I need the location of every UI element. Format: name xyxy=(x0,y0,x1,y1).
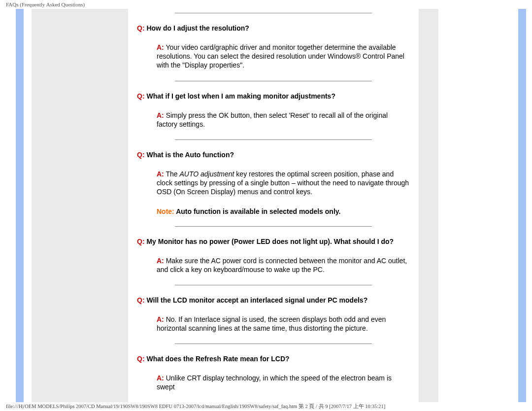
a-prefix: A: xyxy=(157,170,164,178)
faq-item: Q: What is the Auto function? A: The AUT… xyxy=(137,151,410,227)
answer-block: A: The AUTO adjustment key restores the … xyxy=(137,170,410,197)
note-block: Note: Auto function is available in sele… xyxy=(137,207,410,215)
divider xyxy=(175,226,372,227)
right-gutter xyxy=(419,9,438,402)
answer-text: Your video card/graphic driver and monit… xyxy=(157,43,404,69)
a-prefix: A: xyxy=(157,111,164,119)
q-prefix: Q: xyxy=(137,24,145,32)
question-line: Q: What does the Refresh Rate mean for L… xyxy=(137,355,410,363)
faq-item: Q: How do I adjust the resolution? A: Yo… xyxy=(137,24,410,81)
answer-text: Simply press the OK button, then select … xyxy=(157,111,388,128)
answer-text: No. If an Interlace signal is used, the … xyxy=(157,315,386,332)
divider xyxy=(175,285,372,285)
faq-item: Q: What if I get lost when I am making m… xyxy=(137,92,410,140)
right-accent-bar xyxy=(518,9,526,402)
content-column: Q: How do I adjust the resolution? A: Yo… xyxy=(128,9,419,402)
sidebar-column xyxy=(32,9,128,402)
page-body: Q: How do I adjust the resolution? A: Yo… xyxy=(0,9,532,402)
answer-block: A: Make sure the AC power cord is connec… xyxy=(137,256,410,274)
divider xyxy=(175,81,372,81)
question-line: Q: My Monitor has no power (Power LED do… xyxy=(137,238,410,245)
page-footer: file:///H|/OEM MODELS/Philips 2007/CD Ma… xyxy=(6,403,385,410)
question-text: What does the Refresh Rate mean for LCD? xyxy=(146,355,289,363)
answer-text: Make sure the AC power cord is connected… xyxy=(157,257,407,274)
faq-item: Q: What does the Refresh Rate mean for L… xyxy=(137,355,410,391)
right-gap xyxy=(438,9,518,402)
question-text: Will the LCD monitor accept an interlace… xyxy=(146,296,367,304)
question-text: How do I adjust the resolution? xyxy=(146,24,249,32)
divider xyxy=(175,343,372,344)
answer-block: A: No. If an Interlace signal is used, t… xyxy=(137,315,410,333)
page-header: FAQs (Frequently Asked Questions) xyxy=(0,0,532,9)
answer-text: Unlike CRT display technology, in which … xyxy=(157,374,392,391)
question-line: Q: What if I get lost when I am making m… xyxy=(137,92,410,100)
answer-text-italic: AUTO adjustment xyxy=(179,170,234,178)
page-header-title: FAQs (Frequently Asked Questions) xyxy=(6,1,85,7)
note-text: Auto function is available in selected m… xyxy=(176,207,340,215)
a-prefix: A: xyxy=(157,315,164,323)
q-prefix: Q: xyxy=(137,151,145,159)
left-accent-bar xyxy=(16,9,24,402)
note-prefix: Note: xyxy=(157,207,174,215)
answer-block: A: Unlike CRT display technology, in whi… xyxy=(137,374,410,391)
right-padding xyxy=(526,9,532,402)
q-prefix: Q: xyxy=(137,92,145,100)
left-gap xyxy=(24,9,32,402)
question-text: What if I get lost when I am making moni… xyxy=(146,92,335,100)
faq-item: Q: Will the LCD monitor accept an interl… xyxy=(137,296,410,344)
question-text: My Monitor has no power (Power LED does … xyxy=(146,238,394,245)
divider xyxy=(175,139,372,140)
a-prefix: A: xyxy=(157,374,164,382)
divider xyxy=(175,13,372,13)
q-prefix: Q: xyxy=(137,238,145,245)
question-line: Q: Will the LCD monitor accept an interl… xyxy=(137,296,410,304)
footer-text: file:///H|/OEM MODELS/Philips 2007/CD Ma… xyxy=(6,404,385,409)
answer-block: A: Your video card/graphic driver and mo… xyxy=(137,43,410,70)
question-line: Q: What is the Auto function? xyxy=(137,151,410,159)
answer-block: A: Simply press the OK button, then sele… xyxy=(137,111,410,129)
question-line: Q: How do I adjust the resolution? xyxy=(137,24,410,32)
q-prefix: Q: xyxy=(137,296,145,304)
a-prefix: A: xyxy=(157,257,164,265)
a-prefix: A: xyxy=(157,43,164,51)
question-text: What is the Auto function? xyxy=(146,151,234,159)
answer-text-pre: The xyxy=(166,170,179,178)
q-prefix: Q: xyxy=(137,355,145,363)
faq-item: Q: My Monitor has no power (Power LED do… xyxy=(137,238,410,285)
left-padding xyxy=(0,9,16,402)
